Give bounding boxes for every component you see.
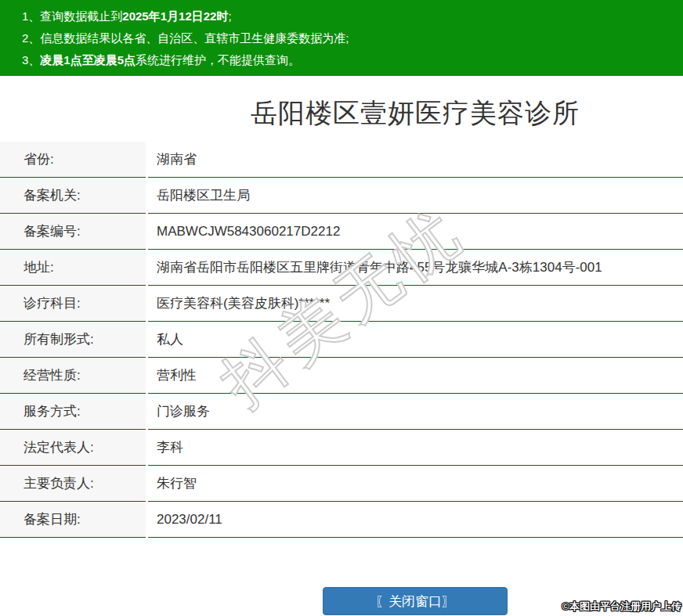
table-row-treatment-subjects: 诊疗科目: 医疗美容科(美容皮肤科)******: [0, 286, 683, 322]
row-label: 服务方式:: [0, 394, 146, 430]
credit-watermark: ©本图由平台注册用户上传: [562, 600, 681, 614]
row-label: 备案编号:: [0, 214, 146, 250]
row-label: 经营性质:: [0, 358, 146, 394]
row-value: 李科: [148, 430, 683, 466]
table-row-address: 地址: 湖南省岳阳市岳阳楼区五里牌街道青年中路455号龙骧华城A-3栋1304号…: [0, 250, 683, 286]
row-label: 地址:: [0, 250, 146, 286]
close-window-button[interactable]: 〖关闭窗口〗: [323, 587, 508, 615]
row-value: 门诊服务: [148, 394, 683, 430]
row-value: MABWCJW5843060217D2212: [148, 214, 683, 250]
row-value: 岳阳楼区卫生局: [148, 178, 683, 214]
row-label: 省份:: [0, 142, 146, 178]
row-value: 2023/02/11: [148, 502, 683, 538]
row-label: 所有制形式:: [0, 322, 146, 358]
table-row-principal: 主要负责人: 朱行智: [0, 466, 683, 502]
row-value: 营利性: [148, 358, 683, 394]
row-value: 医疗美容科(美容皮肤科)******: [148, 286, 683, 322]
table-row-province: 省份: 湖南省: [0, 142, 683, 178]
row-value: 朱行智: [148, 466, 683, 502]
row-label: 备案日期:: [0, 502, 146, 538]
row-label: 诊疗科目:: [0, 286, 146, 322]
table-row-service-mode: 服务方式: 门诊服务: [0, 394, 683, 430]
row-label: 法定代表人:: [0, 430, 146, 466]
row-label: 主要负责人:: [0, 466, 146, 502]
row-value: 私人: [148, 322, 683, 358]
table-row-filing-authority: 备案机关: 岳阳楼区卫生局: [0, 178, 683, 214]
table-row-filing-date: 备案日期: 2023/02/11: [0, 502, 683, 538]
row-label: 备案机关:: [0, 178, 146, 214]
row-value: 湖南省岳阳市岳阳楼区五里牌街道青年中路455号龙骧华城A-3栋1304号-001: [148, 250, 683, 286]
table-row-filing-number: 备案编号: MABWCJW5843060217D2212: [0, 214, 683, 250]
page-title: 岳阳楼区壹妍医疗美容诊所: [0, 95, 683, 131]
record-page: 岳阳楼区壹妍医疗美容诊所 省份: 湖南省 备案机关: 岳阳楼区卫生局 备案编号:…: [0, 0, 683, 616]
table-row-business-nature: 经营性质: 营利性: [0, 358, 683, 394]
row-value: 湖南省: [148, 142, 683, 178]
record-table: 省份: 湖南省 备案机关: 岳阳楼区卫生局 备案编号: MABWCJW58430…: [0, 142, 683, 538]
table-row-legal-representative: 法定代表人: 李科: [0, 430, 683, 466]
table-row-ownership-form: 所有制形式: 私人: [0, 322, 683, 358]
